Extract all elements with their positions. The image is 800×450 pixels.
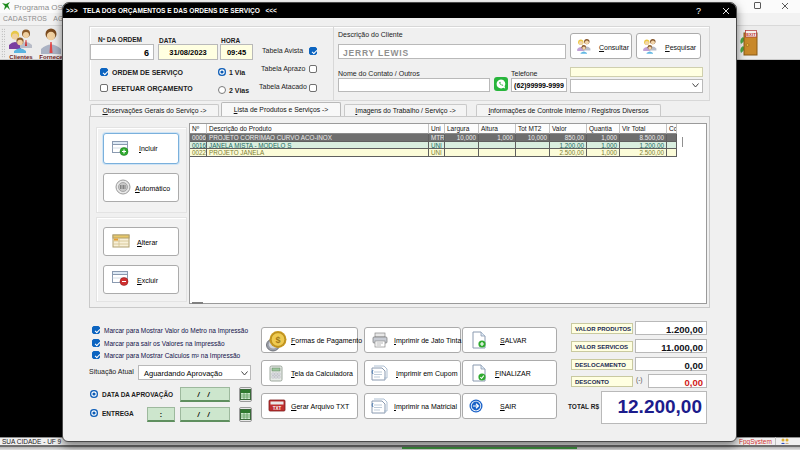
svg-text:EXIT: EXIT (746, 32, 756, 37)
svg-text:$: $ (275, 335, 280, 345)
svg-text:TXT: TXT (273, 406, 282, 411)
